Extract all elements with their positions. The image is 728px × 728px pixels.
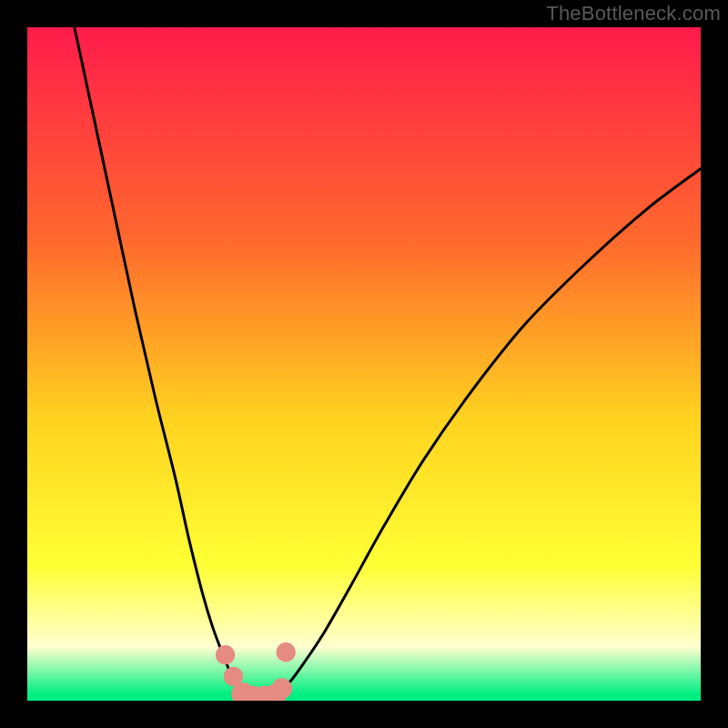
marker-dot: [216, 645, 235, 664]
chart-frame: TheBottleneck.com: [0, 0, 728, 728]
chart-svg: [27, 27, 701, 701]
marker-dot: [277, 642, 296, 662]
marker-dot: [271, 678, 292, 699]
watermark-text: TheBottleneck.com: [546, 2, 721, 25]
gradient-background: [27, 27, 701, 701]
plot-area: [27, 27, 701, 701]
